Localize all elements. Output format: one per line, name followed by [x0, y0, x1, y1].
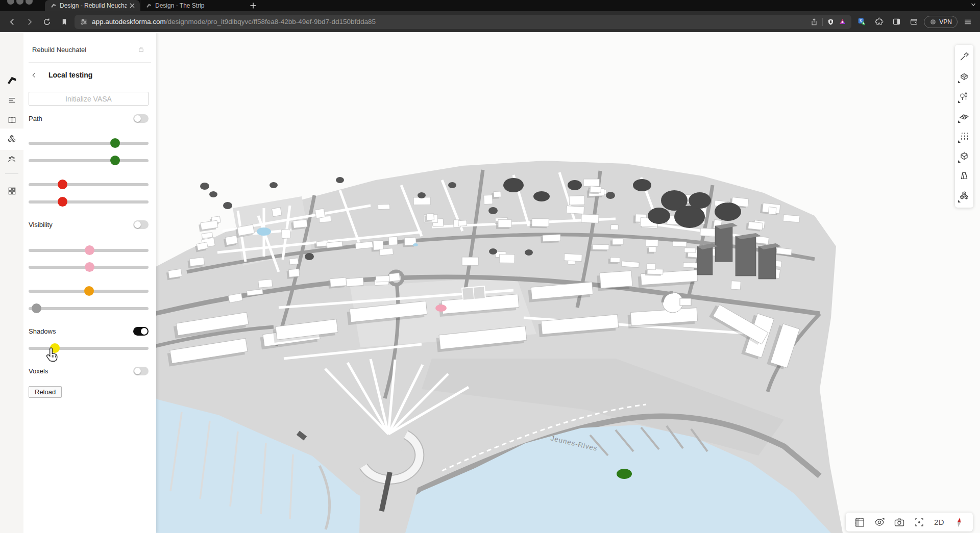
- window-traffic-lights[interactable]: [0, 0, 45, 11]
- screenshot-camera-icon[interactable]: [892, 515, 907, 530]
- slider-knob[interactable]: [85, 245, 94, 255]
- submenu-indicator: [958, 160, 961, 163]
- bookmark-icon[interactable]: [57, 15, 71, 29]
- forma-favicon-icon: [50, 3, 57, 9]
- vegetation-icon[interactable]: [957, 88, 972, 105]
- collaborate-icon[interactable]: [0, 149, 23, 170]
- address-bar[interactable]: app.autodeskforma.com/designmode/pro_it9…: [75, 15, 851, 29]
- toggle-knob: [134, 221, 141, 228]
- surface-icon[interactable]: [957, 108, 972, 124]
- visibility-slider-0[interactable]: [29, 249, 149, 252]
- sidebar-icon[interactable]: [889, 15, 903, 29]
- layout-grid-icon[interactable]: [852, 515, 867, 530]
- side-panel: Rebuild Neuchatel Local testing Initiali…: [23, 32, 156, 533]
- path-slider-1[interactable]: [29, 159, 149, 162]
- window-maximize-button[interactable]: [26, 0, 33, 5]
- submenu-indicator: [958, 200, 961, 202]
- forward-icon[interactable]: [22, 15, 37, 29]
- extensions-icon[interactable]: [872, 15, 886, 29]
- slider-knob[interactable]: [58, 180, 67, 189]
- path-slider-0[interactable]: [29, 142, 149, 145]
- wallet-icon[interactable]: [906, 15, 921, 29]
- left-rail: [0, 32, 23, 533]
- toggle-knob: [141, 328, 148, 335]
- new-tab-button[interactable]: [244, 0, 262, 11]
- visibility-slider-1[interactable]: [29, 266, 149, 269]
- shadows-slider-0[interactable]: [29, 347, 149, 350]
- window-minimize-button[interactable]: [16, 0, 23, 5]
- tab-search-chevron-icon[interactable]: [970, 1, 977, 8]
- slider-knob[interactable]: [32, 303, 41, 313]
- path-slider-2[interactable]: [29, 183, 149, 186]
- unlock-icon[interactable]: [137, 45, 145, 53]
- url-path: /designmode/pro_it9dlbqyvc/ff58fea8-42bb…: [166, 18, 376, 26]
- section-label: Voxels: [29, 367, 48, 375]
- translate-icon[interactable]: [854, 15, 869, 29]
- url-text[interactable]: app.autodeskforma.com/designmode/pro_it9…: [92, 18, 806, 26]
- small-pond-marker: [413, 243, 418, 246]
- slider-knob[interactable]: [58, 197, 67, 207]
- compass-icon[interactable]: [951, 515, 967, 530]
- library-icon[interactable]: [0, 109, 23, 131]
- brave-shield-icon[interactable]: [827, 18, 835, 26]
- apps-grid-icon[interactable]: [0, 180, 23, 201]
- slider-knob[interactable]: [110, 156, 120, 165]
- section-row-visibility: Visibility: [29, 219, 149, 230]
- mode-2d-button[interactable]: 2D: [932, 515, 947, 530]
- site-settings-icon[interactable]: [80, 18, 88, 26]
- brave-rewards-icon[interactable]: [839, 18, 846, 26]
- page-title: Local testing: [48, 71, 92, 79]
- path-slider-3[interactable]: [29, 200, 149, 204]
- browser-nav-bar: app.autodeskforma.com/designmode/pro_it9…: [0, 11, 980, 32]
- submenu-indicator: [958, 100, 961, 103]
- slider-knob[interactable]: [110, 138, 120, 148]
- map-3d-scene: Jeunes-Rives: [156, 32, 980, 533]
- section-label: Shadows: [29, 327, 56, 335]
- ai-wand-icon[interactable]: [957, 48, 972, 65]
- building-block-icon[interactable]: [957, 68, 972, 85]
- url-domain: app.autodeskforma.com: [92, 18, 166, 26]
- visibility-eye-icon[interactable]: [872, 515, 887, 530]
- viewport-bottom-bar: 2D: [846, 513, 973, 531]
- generic-building-icon[interactable]: [957, 168, 972, 184]
- visibility-slider-2[interactable]: [29, 290, 149, 293]
- path-toggle[interactable]: [133, 114, 149, 123]
- vpn-button[interactable]: VPN: [924, 16, 958, 28]
- toggle-knob: [134, 368, 141, 374]
- right-toolbar: [955, 45, 973, 208]
- mode-2d-label: 2D: [934, 518, 944, 526]
- visibility-slider-3[interactable]: [29, 307, 149, 310]
- rail-divider: [5, 173, 18, 174]
- map-3d-viewport[interactable]: Jeunes-Rives: [156, 32, 980, 533]
- submenu-indicator: [958, 140, 961, 143]
- tab-title: Design - Rebuild Neuchatel: [60, 2, 127, 9]
- window-close-button[interactable]: [7, 0, 14, 5]
- section-label: Visibility: [29, 221, 53, 229]
- slider-knob[interactable]: [50, 343, 60, 353]
- initialize-vasa-button[interactable]: Initialize VASA: [29, 92, 149, 106]
- slider-knob[interactable]: [84, 286, 94, 296]
- forma-logo[interactable]: [0, 70, 23, 91]
- back-icon[interactable]: [5, 15, 19, 29]
- layers-list-icon[interactable]: [0, 89, 23, 111]
- browser-tab-strip: Design - Rebuild Neuchatel Design - The …: [0, 0, 980, 11]
- back-chevron-icon[interactable]: [31, 72, 37, 79]
- voxel-cubes-icon[interactable]: [957, 188, 972, 204]
- toggle-knob: [134, 115, 141, 122]
- tab-the-strip[interactable]: Design - The Strip: [140, 0, 244, 11]
- focus-target-icon[interactable]: [912, 515, 927, 530]
- blocks-icon[interactable]: [0, 129, 23, 150]
- volume-cube-icon[interactable]: [957, 148, 972, 164]
- visibility-toggle[interactable]: [133, 220, 149, 229]
- reload-icon[interactable]: [40, 15, 54, 29]
- tab-rebuild-neuchatel[interactable]: Design - Rebuild Neuchatel: [45, 0, 140, 11]
- tab-close-icon[interactable]: [130, 3, 135, 8]
- road-icon[interactable]: [957, 128, 972, 144]
- reload-button[interactable]: Reload: [29, 386, 62, 398]
- menu-icon[interactable]: [961, 15, 975, 29]
- voxels-toggle[interactable]: [133, 367, 149, 375]
- app-window: Design - Rebuild Neuchatel Design - The …: [0, 0, 980, 533]
- slider-knob[interactable]: [85, 262, 94, 272]
- share-icon[interactable]: [810, 18, 818, 26]
- shadows-toggle[interactable]: [133, 327, 149, 336]
